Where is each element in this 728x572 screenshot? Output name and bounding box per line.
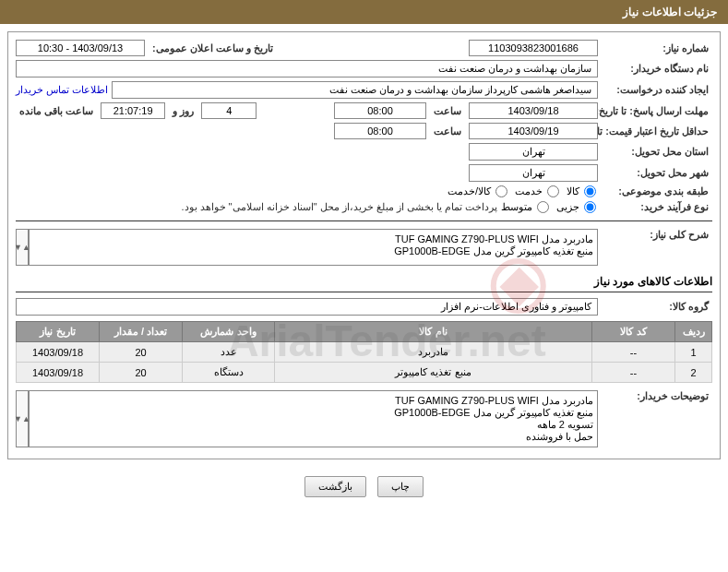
countdown-field: 21:07:19: [101, 102, 165, 119]
goods-info-title: اطلاعات کالاهای مورد نیاز: [16, 271, 712, 292]
cell-qty: 20: [100, 342, 183, 363]
table-row: 1 -- مادربرد عدد 20 1403/09/18: [17, 342, 712, 363]
th-name: نام کالا: [275, 322, 592, 342]
validity-time: 08:00: [334, 123, 426, 139]
time-label-2: ساعت: [430, 125, 465, 137]
cell-code: --: [592, 342, 675, 363]
need-no-label: شماره نیاز:: [602, 42, 712, 54]
time-label-1: ساعت: [430, 105, 465, 117]
page-header: جزئیات اطلاعات نیاز: [0, 0, 728, 24]
scroll-icon[interactable]: ▲▼: [16, 229, 29, 266]
deadline-send-time: 08:00: [334, 102, 426, 119]
cell-name: مادربرد: [275, 342, 592, 363]
buyer-notes-box[interactable]: مادربرد مدل TUF GAMING Z790-PLUS WIFI من…: [29, 390, 598, 447]
print-button[interactable]: چاپ: [377, 476, 424, 497]
general-desc-box[interactable]: مادربرد مدل TUF GAMING Z790-PLUS WIFI من…: [29, 229, 598, 266]
radio-small[interactable]: [584, 201, 596, 213]
th-row: ردیف: [675, 322, 712, 342]
radio-goodsservice-label: کالا/خدمت: [448, 185, 491, 197]
buyer-org-label: نام دستگاه خریدار:: [602, 63, 712, 75]
button-bar: چاپ بازگشت: [0, 467, 728, 506]
buy-note: پرداخت تمام یا بخشی از مبلغ خرید،از محل …: [181, 201, 497, 213]
cell-qty: 20: [100, 363, 183, 383]
cell-date: 1403/09/18: [17, 363, 100, 383]
cell-unit: دستگاه: [183, 363, 275, 383]
cell-code: --: [592, 363, 675, 383]
th-code: کد کالا: [592, 322, 675, 342]
radio-small-label: جزیی: [556, 201, 579, 213]
back-button[interactable]: بازگشت: [304, 476, 366, 497]
th-qty: تعداد / مقدار: [100, 322, 183, 342]
radio-goods[interactable]: [584, 185, 596, 197]
cell-date: 1403/09/18: [17, 342, 100, 363]
radio-medium-label: متوسط: [501, 201, 532, 213]
goods-table: ردیف کد کالا نام کالا واحد شمارش تعداد /…: [16, 321, 712, 383]
buy-type-label: نوع فرآیند خرید:: [602, 201, 712, 213]
city-label: شهر محل تحویل:: [602, 167, 712, 179]
goods-group-field: کامپیوتر و فناوری اطلاعات-نرم افزار: [16, 298, 598, 316]
requester-field: سیداصغر هاشمی کارپرداز سازمان بهداشت و د…: [112, 81, 598, 99]
validity-date: 1403/09/19: [469, 123, 598, 139]
cell-row: 2: [675, 363, 712, 383]
announce-dt-label: تاریخ و ساعت اعلان عمومی:: [149, 42, 277, 54]
buyer-notes-label: توضیحات خریدار:: [602, 390, 712, 402]
need-no-field: 1103093823001686: [469, 40, 598, 56]
radio-service[interactable]: [547, 185, 559, 197]
days-and-label: روز و: [169, 105, 197, 117]
radio-medium[interactable]: [537, 201, 549, 213]
buyer-org-field: سازمان بهداشت و درمان صنعت نفت: [16, 60, 598, 77]
goods-group-label: گروه کالا:: [602, 301, 712, 313]
radio-goods-label: کالا: [567, 185, 579, 197]
days-value: 4: [201, 102, 257, 119]
requester-label: ایجاد کننده درخواست:: [602, 84, 712, 96]
table-row: 2 -- منبع تغذیه کامپیوتر دستگاه 20 1403/…: [17, 363, 712, 383]
deadline-send-date: 1403/09/18: [469, 102, 598, 119]
category-label: طبقه بندی موضوعی:: [602, 185, 712, 197]
general-desc-label: شرح کلی نیاز:: [602, 229, 712, 241]
cell-name: منبع تغذیه کامپیوتر: [275, 363, 592, 383]
remaining-label: ساعت باقی مانده: [16, 105, 97, 117]
buy-type-radios: جزیی متوسط: [501, 201, 598, 213]
announce-dt-field: 1403/09/13 - 10:30: [16, 40, 145, 56]
category-radios: کالا خدمت کالا/خدمت: [448, 185, 598, 197]
main-panel: ArialTender.net شماره نیاز: 110309382300…: [7, 31, 721, 459]
validity-label: حداقل تاریخ اعتبار قیمت: تا تاریخ:: [602, 125, 712, 137]
contact-link[interactable]: اطلاعات تماس خریدار: [16, 84, 108, 96]
radio-service-label: خدمت: [515, 185, 543, 197]
province-field: تهران: [469, 143, 598, 161]
scroll-icon[interactable]: ▲▼: [16, 390, 29, 447]
th-date: تاریخ نیاز: [17, 322, 100, 342]
cell-row: 1: [675, 342, 712, 363]
deadline-send-label: مهلت ارسال پاسخ: تا تاریخ:: [602, 105, 712, 117]
cell-unit: عدد: [183, 342, 275, 363]
city-field: تهران: [469, 164, 598, 182]
province-label: استان محل تحویل:: [602, 146, 712, 158]
th-unit: واحد شمارش: [183, 322, 275, 342]
radio-goodsservice[interactable]: [495, 185, 507, 197]
